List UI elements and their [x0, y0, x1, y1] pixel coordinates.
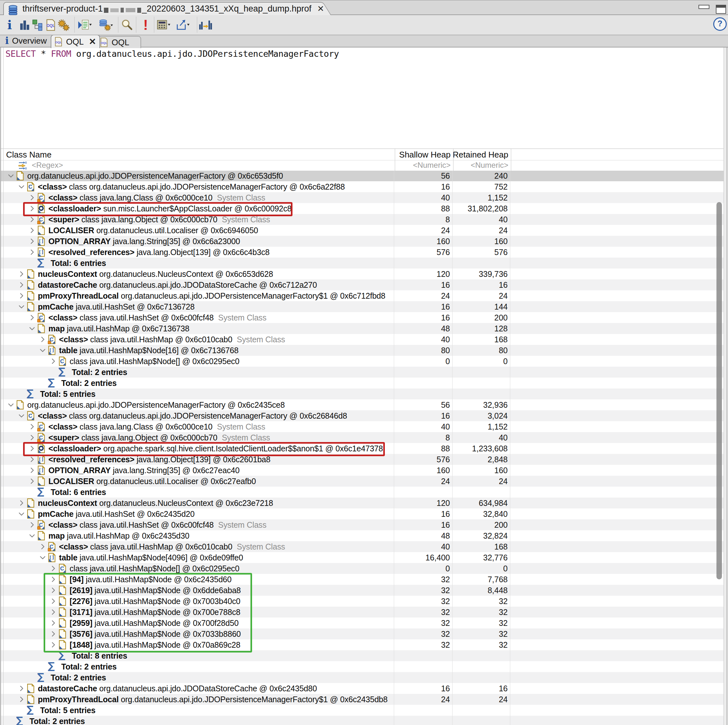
tree-total-row[interactable]: ∑Total: 2 entries [1, 661, 723, 672]
chevron-down-icon[interactable] [8, 172, 14, 179]
chevron-down-icon[interactable] [29, 325, 35, 332]
chevron-right-icon[interactable] [18, 270, 25, 277]
tree-row[interactable]: map java.util.HashMap @ 0x6c713673848128 [1, 323, 723, 334]
tree-row[interactable]: C<class> class java.lang.Class @ 0x6c000… [1, 192, 723, 203]
toolbar-run-report-button[interactable] [78, 18, 92, 32]
toolbar-query-browser-button[interactable] [99, 18, 113, 32]
chevron-right-icon[interactable] [50, 358, 57, 365]
shallow-heap-filter-input[interactable]: <Numeric> [395, 160, 451, 171]
chevron-right-icon[interactable] [39, 336, 46, 343]
chevron-down-icon[interactable] [18, 510, 25, 517]
tree-row[interactable]: Cclass java.util.HashMap$Node[] @ 0x6c02… [1, 563, 723, 574]
tree-total-row[interactable]: ∑Total: 2 entries [1, 716, 723, 725]
chevron-down-icon[interactable] [29, 532, 35, 539]
chevron-down-icon[interactable] [18, 412, 25, 419]
tree-row[interactable]: C<class> class java.util.HashSet @ 0x6c0… [1, 520, 723, 530]
editor-title-tab[interactable]: thriftserver-product-1_20220603_134351_x… [3, 2, 319, 15]
maximize-button[interactable] [716, 5, 726, 14]
tree-row[interactable]: []<resolved_references> java.lang.Object… [1, 247, 723, 258]
retained-heap-filter-input[interactable]: <Numeric> [453, 160, 508, 171]
chevron-right-icon[interactable] [29, 314, 35, 321]
chevron-right-icon[interactable] [18, 292, 25, 299]
tree-row[interactable]: nucleusContext org.datanucleus.NucleusCo… [1, 268, 723, 279]
tree-row[interactable]: org.datanucleus.api.jdo.JDOPersistenceMa… [1, 170, 723, 181]
chevron-down-icon[interactable] [8, 401, 14, 408]
tree-row[interactable]: C<class> class java.lang.Class @ 0x6c000… [1, 421, 723, 432]
tree-row[interactable]: C<class> class java.util.HashSet @ 0x6c0… [1, 312, 723, 323]
tree-total-row[interactable]: ∑Total: 5 entries [1, 705, 723, 716]
toolbar-dominator-tree-button[interactable] [31, 18, 45, 32]
chevron-right-icon[interactable] [29, 194, 35, 201]
tree-row[interactable]: []OPTION_ARRAY java.lang.String[35] @ 0x… [1, 236, 723, 247]
tree-row[interactable]: map java.util.HashMap @ 0x6c2435d304832,… [1, 530, 723, 541]
class-name-filter-input[interactable]: <Regex> [32, 160, 63, 171]
chevron-right-icon[interactable] [18, 685, 25, 692]
tree-row[interactable]: org.datanucleus.api.jdo.JDOPersistenceMa… [1, 399, 723, 410]
toolbar-leak-report-button[interactable]: ! [139, 18, 153, 32]
tree-row[interactable]: pmProxyThreadLocal org.datanucleus.api.j… [1, 694, 723, 705]
tree-row[interactable]: LOCALISER org.datanucleus.util.Localiser… [1, 225, 723, 236]
close-editor-icon[interactable]: ✕ [317, 4, 324, 14]
tree-row[interactable]: C<class> class java.util.HashMap @ 0x6c0… [1, 541, 723, 552]
tree-row[interactable]: datastoreCache org.datanucleus.api.jdo.J… [1, 279, 723, 290]
chevron-right-icon[interactable] [50, 565, 57, 572]
tree-row[interactable]: Cclass java.util.HashMap$Node[] @ 0x6c02… [1, 356, 723, 367]
chevron-right-icon[interactable] [29, 456, 35, 463]
tree-row[interactable]: C<super> class java.lang.Object @ 0x6c00… [1, 432, 723, 443]
toolbar-calculator-button[interactable] [156, 18, 171, 32]
chevron-down-icon[interactable] [18, 303, 25, 310]
tree-row[interactable]: pmCache java.util.HashSet @ 0x6c2435d201… [1, 509, 723, 520]
tree-row[interactable]: C<class> class java.util.HashMap @ 0x6c0… [1, 334, 723, 345]
chevron-down-icon[interactable] [18, 183, 25, 190]
toolbar-histogram-button[interactable] [18, 18, 32, 32]
tree-row[interactable]: pmCache java.util.HashSet @ 0x6c71367281… [1, 301, 723, 312]
tree-total-row[interactable]: ∑Total: 6 entries [1, 258, 723, 268]
close-tab-icon[interactable]: ✕ [89, 37, 96, 47]
toolbar-expert-system-button[interactable] [57, 18, 70, 32]
chevron-right-icon[interactable] [18, 281, 25, 288]
toolbar-compare-button[interactable] [198, 18, 212, 32]
chevron-right-icon[interactable] [18, 500, 25, 507]
chevron-right-icon[interactable] [29, 467, 35, 474]
column-header-class-name[interactable]: Class Name [6, 149, 52, 160]
tree-row[interactable]: []table java.util.HashMap$Node[16] @ 0x6… [1, 345, 723, 356]
column-header-retained-heap[interactable]: Retained Heap [453, 149, 508, 160]
chevron-right-icon[interactable] [18, 696, 25, 703]
tree-row[interactable]: datastoreCache org.datanucleus.api.jdo.J… [1, 683, 723, 694]
chevron-right-icon[interactable] [29, 521, 35, 528]
oql-query-editor[interactable]: SELECT * FROM org.datanucleus.api.jdo.JD… [1, 47, 723, 149]
toolbar-info-button[interactable]: i [3, 18, 17, 32]
chevron-right-icon[interactable] [29, 227, 35, 234]
chevron-right-icon[interactable] [29, 423, 35, 430]
tree-total-row[interactable]: ∑Total: 6 entries [1, 487, 723, 498]
tree-total-row[interactable]: ∑Total: 2 entries [1, 367, 723, 377]
tab-oql-2[interactable]: OQL OQL [96, 36, 141, 48]
toolbar-search-button[interactable] [120, 18, 134, 32]
tab-oql-active[interactable]: OQL OQL ✕ [50, 35, 100, 48]
tree-row[interactable]: LOCALISER org.datanucleus.util.Localiser… [1, 476, 723, 487]
chevron-right-icon[interactable] [29, 434, 35, 441]
tree-total-row[interactable]: ∑Total: 5 entries [1, 388, 723, 399]
oql-query-text[interactable]: SELECT * FROM org.datanucleus.api.jdo.JD… [5, 49, 339, 59]
tree-row[interactable]: C<class> class org.datanucleus.api.jdo.J… [1, 410, 723, 421]
vertical-scrollbar-thumb[interactable] [716, 202, 722, 579]
minimize-button[interactable] [699, 5, 710, 9]
chevron-right-icon[interactable] [29, 238, 35, 245]
tree-row[interactable]: []OPTION_ARRAY java.lang.String[35] @ 0x… [1, 465, 723, 476]
toolbar-oql-button[interactable]: OQL [44, 18, 58, 32]
column-header-shallow-heap[interactable]: Shallow Heap [395, 149, 451, 160]
chevron-right-icon[interactable] [39, 543, 46, 550]
tree-row[interactable]: []table java.util.HashMap$Node[4096] @ 0… [1, 552, 723, 563]
tree-total-row[interactable]: ∑Total: 2 entries [1, 377, 723, 388]
help-icon[interactable]: ? [713, 17, 727, 31]
tree-total-row[interactable]: ∑Total: 2 entries [1, 672, 723, 683]
chevron-right-icon[interactable] [29, 478, 35, 485]
toolbar-export-button[interactable] [176, 18, 190, 32]
chevron-down-icon[interactable] [39, 554, 46, 561]
chevron-down-icon[interactable] [39, 347, 46, 354]
tree-row[interactable]: C<class> class org.datanucleus.api.jdo.J… [1, 181, 723, 192]
chevron-right-icon[interactable] [29, 216, 35, 223]
chevron-right-icon[interactable] [29, 248, 35, 256]
tree-row[interactable]: nucleusContext org.datanucleus.NucleusCo… [1, 498, 723, 509]
tree-row[interactable]: pmProxyThreadLocal org.datanucleus.api.j… [1, 290, 723, 301]
